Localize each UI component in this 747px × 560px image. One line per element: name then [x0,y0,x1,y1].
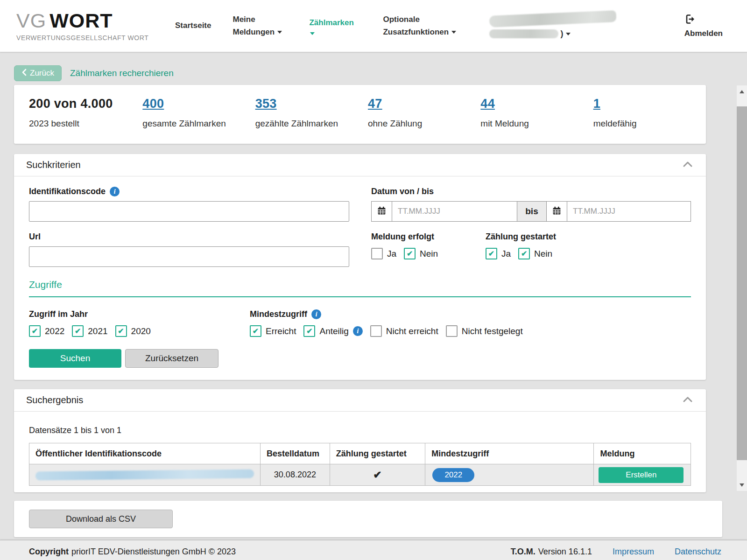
calendar-to-button[interactable] [546,201,567,222]
stat-link[interactable]: 44 [480,97,495,111]
erstellen-button[interactable]: Erstellen [599,467,684,483]
results-table: Öffentlicher Identifikationscode Bestell… [29,443,691,486]
mindestzugriff-badge: 2022 [432,468,474,482]
collapse-panel-button[interactable] [682,395,694,405]
vgwort-logo: VGWORT VERWERTUNGSGESELLSCHAFT WORT [16,11,146,42]
stat-label: meldefähig [593,119,706,129]
info-icon[interactable]: i [311,309,321,319]
checkbox-zaehlung-nein[interactable] [518,248,530,259]
caret-down-icon [451,31,456,34]
chevron-left-icon [21,69,27,78]
footer: CopyrightpriorIT EDV-Dienstleistungen Gm… [0,540,747,560]
scrollbar-thumb[interactable] [737,106,747,460]
zaehlung-gestartet-label: Zählung gestartet [486,232,560,242]
table-row: 30.08.2022 2022 Erstellen [29,464,691,486]
collapse-panel-button[interactable] [682,160,694,170]
bis-label: bis [517,201,546,222]
column-header-identifikationscode: Öffentlicher Identifikationscode [29,443,261,464]
info-icon[interactable]: i [353,326,363,336]
meldung-erfolgt-label: Meldung erfolgt [371,232,486,242]
caret-down-icon [277,31,282,34]
stat-label: mit Meldung [480,119,593,129]
checkbox-jahr-2021[interactable] [72,325,84,337]
checkbox-jahr-2020[interactable] [115,325,127,337]
stats-panel: 200 von 4.000 2023 bestellt 400 gesamte … [14,85,706,144]
url-input[interactable] [29,246,349,267]
date-range-group: bis [371,201,691,222]
checkbox-nicht-festgelegt[interactable] [446,325,458,337]
page-title[interactable]: Zählmarken recherchieren [70,68,174,78]
stat-bestellt: 200 von 4.000 2023 bestellt [29,97,142,144]
zugriff-im-jahr-group: Zugriff im Jahr 2022 2021 2020 [29,307,250,337]
redacted-username [489,10,617,28]
panel-title: Suchergebnis [26,395,83,406]
copyright: CopyrightpriorIT EDV-Dienstleistungen Gm… [29,547,236,557]
calendar-from-button[interactable] [371,201,392,222]
download-csv-button[interactable]: Download als CSV [29,510,173,528]
date-from-input[interactable] [392,201,517,222]
redacted-username-2 [489,29,558,38]
zaehlung-gestartet-group: Zählung gestartet Ja Nein [486,229,560,267]
mindestzugriff-group: Mindestzugriff i Erreicht Anteilig i Nic… [250,307,530,337]
logout-label: Abmelden [684,29,723,38]
nav-zaehlmarken[interactable]: Zählmarken [309,17,361,35]
stat-label: ohne Zählung [368,119,480,129]
checkbox-erreicht[interactable] [250,325,261,337]
meldung-erfolgt-group: Meldung erfolgt Ja Nein [371,229,486,267]
user-menu[interactable]: ) [489,13,616,39]
search-criteria-panel: Suchkriterien Identifikationscode i Datu… [14,154,706,380]
logo-subtitle: VERWERTUNGSGESELLSCHAFT WORT [16,34,146,42]
nav-optionale-zusatzfunktionen[interactable]: Optionale Zusatzfunktionen [383,14,467,38]
datum-label: Datum von / bis [371,187,691,196]
version-info: T.O.M.Version 16.1.1 [511,547,592,557]
stat-link[interactable]: 47 [368,97,382,111]
panel-title: Suchkriterien [26,160,81,170]
chevron-up-icon [683,397,693,404]
stat-label: 2023 bestellt [29,119,142,129]
stat-link[interactable]: 400 [142,97,164,111]
identifikationscode-label: Identifikationscode i [29,187,349,196]
triangle-down-icon [740,483,744,487]
stat-gezaehlte-zaehlmarken: 353 gezählte Zählmarken [255,97,368,144]
nav-meine-meldungen[interactable]: Meine Meldungen [233,14,288,38]
scroll-up-button[interactable] [737,85,747,98]
suchen-button[interactable]: Suchen [29,349,121,368]
logo-wort: WORT [49,9,113,32]
stat-meldefaehig: 1 meldefähig [593,97,706,144]
checkbox-jahr-2022[interactable] [29,325,41,337]
checkbox-anteilig[interactable] [303,325,315,337]
url-label: Url [29,232,349,242]
logo-wordmark: VGWORT [16,11,146,31]
logout-button[interactable]: Abmelden [684,14,723,38]
breadcrumb: Zurück Zählmarken recherchieren [14,65,747,81]
download-panel: Download als CSV [14,501,722,537]
vertical-scrollbar[interactable] [737,85,747,491]
main-nav: Startseite Meine Meldungen Zählmarken Op… [175,14,467,38]
stat-link[interactable]: 1 [593,97,600,111]
stat-link[interactable]: 353 [255,97,277,111]
back-button[interactable]: Zurück [14,65,62,81]
checkbox-nicht-erreicht[interactable] [370,325,382,337]
chevron-up-icon [683,162,693,169]
scroll-down-button[interactable] [737,479,747,491]
nav-startseite[interactable]: Startseite [175,20,211,32]
checkbox-zaehlung-ja[interactable] [486,248,497,259]
date-to-input[interactable] [567,201,691,222]
header: VGWORT VERWERTUNGSGESELLSCHAFT WORT Star… [0,0,747,52]
caret-down-icon [310,32,315,35]
datenschutz-link[interactable]: Datenschutz [675,547,721,557]
zuruecksetzen-button[interactable]: Zurücksetzen [125,349,218,368]
checkbox-meldung-nein[interactable] [404,248,416,259]
info-icon[interactable]: i [110,187,120,196]
column-header-zaehlung-gestartet: Zählung gestartet [330,443,425,464]
identifikationscode-input[interactable] [29,201,349,222]
logo-vg: VG [16,9,46,32]
stat-value: 200 von 4.000 [29,97,142,111]
sign-out-icon [684,14,696,27]
checkbox-meldung-ja[interactable] [371,248,383,259]
impressum-link[interactable]: Impressum [613,547,654,557]
column-header-bestelldatum: Bestelldatum [261,443,330,464]
stat-ohne-zaehlung: 47 ohne Zählung [368,97,480,144]
stat-gesamte-zaehlmarken: 400 gesamte Zählmarken [142,97,255,144]
column-header-meldung: Meldung [594,443,691,464]
